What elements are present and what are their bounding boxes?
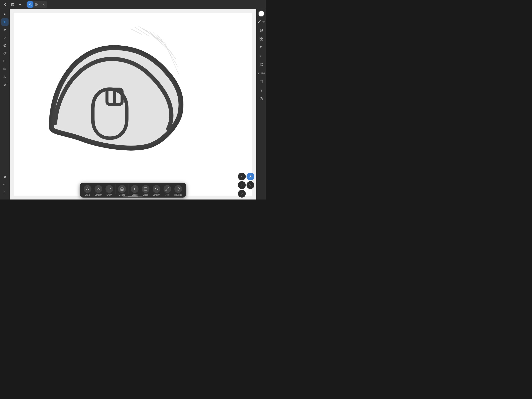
svg-point-44 [262, 80, 263, 81]
svg-rect-25 [4, 192, 6, 194]
svg-rect-7 [37, 3, 38, 4]
layers-tool[interactable] [258, 26, 265, 34]
back-button[interactable] [1, 1, 9, 8]
smart-icon [106, 185, 113, 193]
svg-point-12 [5, 29, 5, 29]
close-path-label: Close [143, 194, 148, 196]
pen-tool[interactable] [1, 26, 9, 33]
svg-point-3 [19, 4, 20, 5]
bottom-toolbar: Sharp Smooth Smart [80, 183, 186, 198]
transform-tool[interactable] [258, 78, 265, 85]
svg-rect-33 [260, 39, 261, 40]
nav-top-left[interactable] [238, 173, 246, 180]
svg-rect-32 [261, 37, 263, 39]
right-sidebar: 0.9pt fx [256, 9, 266, 200]
smooth2-tool[interactable]: Smooth [151, 184, 162, 197]
svg-line-81 [166, 188, 169, 190]
svg-rect-8 [35, 5, 37, 6]
smooth1-label: Smooth [95, 194, 102, 196]
svg-rect-42 [260, 80, 263, 83]
nav-bottom-right[interactable] [247, 181, 254, 189]
svg-rect-78 [144, 188, 147, 190]
nodes-tool[interactable] [258, 61, 265, 68]
svg-point-39 [260, 65, 261, 66]
close-path-icon [142, 185, 150, 193]
smart-label: Smart [107, 194, 112, 196]
left-sidebar: A [0, 9, 10, 200]
reverse-tool[interactable]: Reverse [173, 184, 184, 197]
crop-tool[interactable] [1, 57, 9, 65]
scroll-indicator [123, 196, 143, 197]
save-button[interactable] [9, 1, 16, 8]
svg-point-35 [260, 46, 262, 48]
svg-line-55 [130, 29, 142, 34]
reverse-label: Reverse [174, 194, 183, 196]
font-pt-label: 12pt [261, 72, 265, 74]
node-select-tool[interactable] [1, 18, 9, 26]
svg-point-45 [260, 83, 260, 83]
svg-line-30 [258, 20, 260, 23]
svg-point-14 [5, 45, 5, 46]
toolbar-left [1, 1, 47, 8]
path-ops-group: Break Close Smooth [129, 184, 184, 197]
fx-tool[interactable]: fx [258, 52, 265, 60]
delete-group: Delete [117, 184, 127, 197]
stroke-tool[interactable]: 0.9pt [258, 18, 265, 25]
join-icon [164, 185, 171, 193]
nav-top-right[interactable] [247, 173, 254, 180]
select-tool[interactable] [1, 11, 9, 18]
svg-rect-31 [260, 37, 261, 39]
help-button[interactable]: ? [238, 190, 246, 198]
grid-view-tool[interactable] [258, 35, 265, 42]
app-icon-export[interactable] [40, 1, 47, 8]
pencil-tool[interactable] [1, 34, 9, 41]
nav-top-row [238, 173, 254, 180]
reverse-icon [174, 185, 182, 193]
font-tool[interactable]: a 12pt [258, 69, 265, 77]
snap-tool[interactable] [258, 86, 265, 94]
join-label: Join [165, 194, 169, 196]
nav-arrows: ? [238, 173, 254, 198]
svg-text:fx: fx [260, 55, 261, 57]
svg-point-40 [261, 65, 262, 66]
color-picker[interactable] [258, 11, 265, 17]
canvas-area[interactable] [10, 9, 256, 200]
dropper-tool[interactable] [1, 42, 9, 49]
smart-tool[interactable]: Smart [104, 184, 115, 197]
svg-point-37 [260, 63, 261, 64]
svg-rect-11 [4, 21, 4, 21]
fill-dropper-tool[interactable] [1, 50, 9, 57]
scroll-thumb [128, 196, 138, 197]
nav-bottom-left[interactable] [238, 181, 246, 189]
node-type-group: Sharp Smooth Smart [82, 184, 115, 197]
svg-point-4 [20, 4, 21, 5]
break-tool[interactable]: Break [129, 184, 140, 197]
svg-rect-6 [35, 3, 37, 4]
svg-rect-69 [121, 188, 123, 191]
rect-tool[interactable] [1, 65, 9, 72]
drawing-canvas [14, 13, 252, 196]
sharp-tool[interactable]: Sharp [82, 184, 93, 197]
break-icon [131, 185, 139, 193]
undo-tool[interactable] [1, 181, 9, 189]
text-tool[interactable]: A [1, 73, 9, 80]
delete-tool[interactable] [1, 189, 9, 196]
delete-node-tool[interactable]: Delete [117, 184, 127, 197]
history-tool[interactable] [258, 95, 265, 103]
sharp-icon [84, 185, 92, 193]
app-icon-cluster [26, 1, 47, 8]
svg-point-38 [261, 63, 262, 64]
app-icon-grid[interactable] [34, 1, 40, 8]
join-tool[interactable]: Join [162, 184, 173, 197]
rotate-tool[interactable] [258, 44, 265, 51]
sharp-label: Sharp [85, 194, 90, 196]
close-tool[interactable] [1, 174, 9, 181]
left-sidebar-bottom [1, 174, 9, 198]
top-toolbar [0, 0, 266, 9]
separator-1 [116, 184, 116, 194]
eraser-tool[interactable] [1, 81, 9, 88]
more-button[interactable] [17, 1, 24, 8]
close-path-tool[interactable]: Close [140, 184, 151, 197]
app-icon-vector[interactable] [27, 1, 33, 8]
smooth1-tool[interactable]: Smooth [93, 184, 104, 197]
